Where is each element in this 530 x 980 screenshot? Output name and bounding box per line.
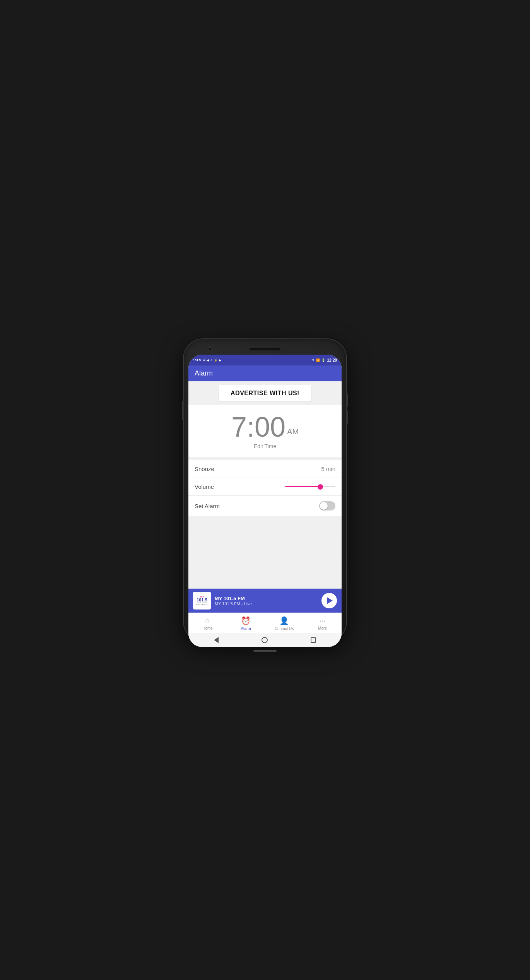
alarm-hours: 7 [231,413,247,441]
more-icon: ··· [319,616,326,625]
alarm-time-section: 7 : 00 AM Edit Time [188,405,342,457]
alarm-time-display: 7 : 00 AM [231,413,299,441]
wifi-icon: ▼ [312,359,315,362]
recents-button[interactable] [311,637,316,643]
nav-item-home[interactable]: ⌂ Home [188,613,227,633]
status-icons: 🖼 ◀ ⚠ ⚡ ▶ [202,359,221,362]
alarm-period: AM [287,427,299,436]
signal-icon: 📶 [316,359,320,362]
app-bar: Alarm [188,365,342,381]
settings-section: Snooze 5 min Volume Set Alarm [188,460,342,516]
volume-label: Volume [195,483,214,490]
radio-info: MY 101.5 FM MY 101.5 FM - Live [215,596,318,606]
back-button[interactable] [214,637,219,643]
bottom-indicator [253,650,277,652]
play-store-icon: ▶ [219,359,221,362]
camera [208,347,212,351]
toggle-knob [320,502,328,510]
play-button[interactable] [321,593,337,608]
phone-device: 101.5 🖼 ◀ ⚠ ⚡ ▶ ▼ 📶 🔋 12:20 Alarm [184,339,346,641]
home-icon: ⌂ [205,616,210,625]
home-button[interactable] [262,637,268,643]
volume-slider-fill [285,486,320,487]
status-left: 101.5 🖼 ◀ ⚠ ⚡ ▶ [193,359,221,362]
play-icon [327,597,333,604]
volume-row[interactable]: Volume [188,478,342,496]
ad-text: ADVERTISE WITH US! [231,390,299,396]
nav-label-more: More [318,626,327,630]
alarm-icon: ⏰ [241,616,251,625]
phone-top-bar [188,344,342,355]
nav-label-alarm: Alarm [241,627,251,631]
nav-item-alarm[interactable]: ⏰ Alarm [227,613,265,633]
volume-down-button[interactable] [346,411,348,424]
nav-label-home: Home [202,626,213,630]
status-time: 12:20 [327,358,337,362]
set-alarm-label: Set Alarm [195,503,220,509]
volume-up-button[interactable] [346,393,348,407]
alarm-minutes: 00 [255,413,286,441]
main-content: ADVERTISE WITH US! 7 : 00 AM Edit Time S… [188,381,342,647]
volume-slider-thumb[interactable] [318,484,323,490]
set-alarm-row[interactable]: Set Alarm [188,496,342,516]
speaker-grille [250,348,280,350]
ad-banner-inner: ADVERTISE WITH US! [219,385,311,401]
nav-icon: ◀ [207,359,209,362]
edit-time-link[interactable]: Edit Time [254,443,276,449]
nav-item-contact[interactable]: 👤 Contact Us [265,613,303,633]
status-app-name: 101.5 [193,359,201,362]
phone-screen: 101.5 🖼 ◀ ⚠ ⚡ ▶ ▼ 📶 🔋 12:20 Alarm [188,355,342,647]
nav-item-more[interactable]: ··· More [303,613,342,633]
battery-icon: 🔋 [321,359,325,362]
radio-bar: my 101.5 MORE MUSIC MORE VARIETY! MY 101… [188,589,342,613]
lightning-icon: ⚡ [214,359,218,362]
warning-icon: ⚠ [210,359,213,362]
nav-label-contact: Contact Us [275,627,294,631]
radio-logo: my 101.5 MORE MUSIC MORE VARIETY! [193,592,211,610]
power-button[interactable] [182,401,184,420]
photo-icon: 🖼 [202,359,205,362]
volume-slider-track[interactable] [285,486,335,487]
radio-station-sub: MY 101.5 FM - Live [215,601,318,606]
snooze-row[interactable]: Snooze 5 min [188,460,342,478]
status-bar: 101.5 🖼 ◀ ⚠ ⚡ ▶ ▼ 📶 🔋 12:20 [188,355,342,365]
app-bar-title: Alarm [195,369,213,377]
snooze-value: 5 min [321,466,335,472]
contact-icon: 👤 [279,616,289,625]
snooze-label: Snooze [195,466,214,472]
android-nav [188,633,342,647]
radio-station-name: MY 101.5 FM [215,596,318,601]
phone-bottom-bar [188,647,342,655]
status-right: ▼ 📶 🔋 12:20 [312,358,337,362]
alarm-colon: : [247,413,255,441]
set-alarm-toggle[interactable] [319,501,335,510]
ad-banner[interactable]: ADVERTISE WITH US! [188,381,342,405]
bottom-nav: ⌂ Home ⏰ Alarm 👤 Contact Us ··· More [188,613,342,633]
gray-spacer [188,516,342,589]
